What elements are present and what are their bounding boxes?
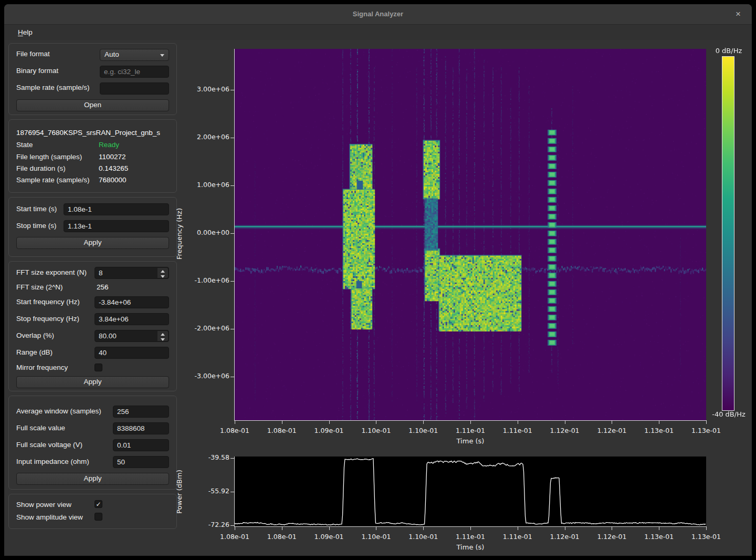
fft-apply-button[interactable]: Apply	[16, 376, 169, 388]
binary-format-input[interactable]	[100, 66, 169, 78]
fft-size-value: 256	[97, 282, 109, 293]
overlap-label: Overlap (%)	[16, 330, 54, 341]
fft-exp-input[interactable]	[95, 267, 157, 278]
power-y-tick-label: -72.26	[187, 521, 229, 528]
show-amplitude-view-label: Show amplitude view	[16, 512, 83, 523]
range-input[interactable]	[94, 347, 169, 359]
spinner-buttons	[158, 331, 168, 341]
spin-up-button[interactable]	[158, 268, 168, 273]
sample-rate-input[interactable]	[100, 82, 169, 95]
spectrogram-y-tick-label: 3.00e+06	[187, 85, 229, 93]
spectrogram-x-tick	[659, 420, 659, 424]
mirror-frequency-checkbox[interactable]	[94, 364, 102, 371]
view-toggles-panel: Show power view ✓ Show amplitude view	[8, 494, 177, 529]
menu-help-rest: elp	[23, 28, 33, 36]
file-length-label: File length (samples)	[16, 152, 82, 162]
full-scale-value-input[interactable]	[113, 422, 169, 434]
file-length-value: 1100272	[99, 152, 126, 162]
colorbar	[722, 56, 734, 411]
show-power-view-checkbox[interactable]: ✓	[94, 500, 102, 508]
spectrogram-x-tick	[706, 420, 707, 424]
spectrogram-x-tick	[376, 420, 376, 424]
spectrogram-y-tick	[230, 185, 234, 186]
spin-down-button[interactable]	[158, 273, 168, 278]
spectrogram-x-tick	[518, 420, 518, 424]
fft-exp-spinner[interactable]	[94, 267, 169, 279]
power-y-tick	[230, 525, 234, 526]
spectrogram-canvas	[235, 49, 706, 420]
spectrogram-x-tick-label: 1.11e-01	[497, 427, 539, 434]
spectrogram-x-tick	[470, 420, 471, 424]
spectrogram-y-tick	[230, 233, 234, 234]
power-x-tick	[470, 526, 471, 530]
screen: { "window": {"title": "Signal Analyzer",…	[0, 0, 756, 560]
power-x-tick	[376, 526, 376, 530]
spectrogram-y-tick	[230, 377, 234, 377]
file-info-panel: 1876954_7680KSPS_srsRAN_Project_gnb_s St…	[8, 119, 177, 193]
full-scale-voltage-input[interactable]	[113, 439, 169, 451]
impedance-label: Input impedance (ohm)	[16, 457, 89, 467]
triangle-up-icon	[161, 270, 165, 273]
spectrogram-y-tick	[230, 138, 234, 138]
power-x-tick	[235, 526, 235, 530]
power-x-tick-label: 1.11e-01	[497, 533, 539, 541]
spectrogram-x-tick-label: 1.12e-01	[544, 427, 586, 434]
time-apply-button[interactable]: Apply	[16, 237, 169, 249]
overlap-input[interactable]	[95, 330, 157, 341]
window-title: Signal Analyzer	[4, 4, 752, 24]
full-scale-voltage-label: Full scale voltage (V)	[16, 440, 82, 450]
spectrogram-x-tick-label: 1.10e-01	[402, 427, 444, 434]
power-x-tick	[282, 526, 282, 530]
stop-frequency-input[interactable]	[94, 313, 169, 325]
spectrogram-left-spine	[234, 49, 235, 421]
power-left-spine	[234, 457, 235, 527]
spectrogram-xlabel: Time (s)	[444, 437, 497, 445]
open-button[interactable]: Open	[16, 99, 169, 111]
spectrogram-y-tick-label: 2.00e+06	[187, 133, 229, 141]
start-frequency-label: Start frequency (Hz)	[16, 297, 80, 307]
stop-time-input[interactable]	[64, 220, 169, 232]
scaling-apply-button[interactable]: Apply	[16, 473, 169, 485]
file-format-value: Auto	[104, 50, 119, 58]
start-time-label: Start time (s)	[16, 204, 57, 214]
titlebar: Signal Analyzer ×	[4, 4, 752, 25]
spectrogram-x-tick-label: 1.12e-01	[591, 427, 633, 434]
spectrogram-x-tick-label: 1.10e-01	[355, 427, 397, 434]
power-x-tick	[659, 526, 659, 530]
menu-help-accel: H	[18, 28, 23, 36]
spectrogram-x-tick	[235, 420, 235, 424]
start-frequency-input[interactable]	[94, 296, 169, 308]
power-y-tick-label: -55.92	[187, 487, 229, 495]
spin-up-button[interactable]	[158, 331, 168, 336]
avg-window-input[interactable]	[113, 406, 169, 418]
spectrogram-y-tick	[230, 281, 234, 282]
file-format-dropdown[interactable]: Auto	[100, 49, 169, 61]
start-time-input[interactable]	[64, 203, 169, 215]
close-icon[interactable]: ×	[732, 8, 744, 20]
avg-window-label: Average window (samples)	[16, 406, 101, 417]
power-x-tick-label: 1.11e-01	[449, 533, 491, 541]
power-x-tick-label: 1.08e-01	[261, 533, 303, 541]
spectrogram-x-tick	[329, 420, 330, 424]
mirror-frequency-label: Mirror frequency	[16, 362, 68, 373]
file-sample-rate-value: 7680000	[99, 175, 127, 185]
power-x-tick	[706, 526, 707, 530]
power-x-tick-label: 1.10e-01	[402, 533, 444, 541]
spectrogram-x-tick	[423, 420, 424, 424]
file-duration-value: 0.143265	[99, 163, 128, 174]
impedance-input[interactable]	[113, 456, 169, 468]
spin-down-button[interactable]	[158, 336, 168, 341]
stop-time-label: Stop time (s)	[16, 221, 57, 231]
power-x-tick-label: 1.09e-01	[308, 533, 350, 541]
spectrogram-x-tick-label: 1.08e-01	[214, 427, 256, 434]
fft-size-label: FFT size (2^N)	[16, 282, 63, 293]
show-amplitude-view-checkbox[interactable]	[94, 513, 102, 521]
stop-frequency-label: Stop frequency (Hz)	[16, 314, 79, 324]
spectrogram-x-tick-label: 1.11e-01	[449, 427, 491, 434]
time-window-panel: Start time (s) Stop time (s) Apply	[8, 197, 177, 257]
full-scale-value-label: Full scale value	[16, 423, 65, 433]
menu-help[interactable]: Help	[14, 25, 37, 40]
overlap-spinner[interactable]	[94, 330, 169, 342]
chevron-down-icon	[160, 54, 164, 57]
colorbar-bottom-label: -40 dB/Hz	[701, 410, 752, 418]
